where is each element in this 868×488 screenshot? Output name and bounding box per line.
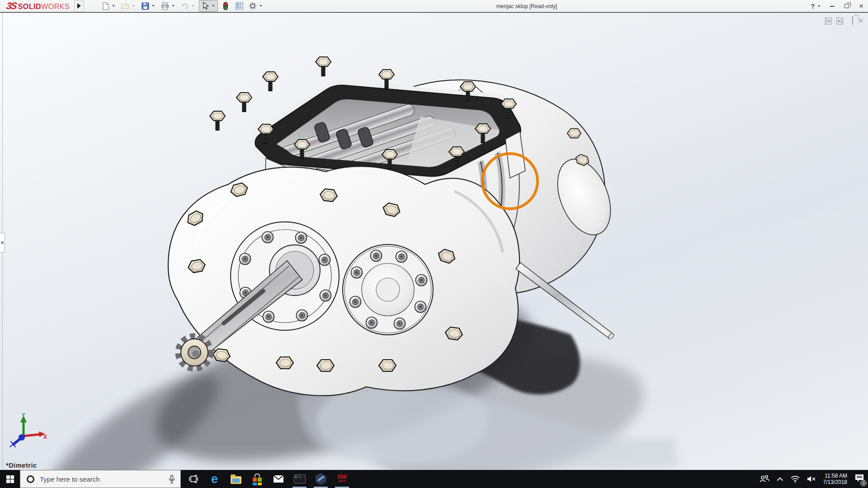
notification-badge: 3 — [860, 480, 867, 486]
gear-icon — [249, 2, 257, 10]
restore-button[interactable] — [843, 2, 851, 10]
solidworks-logo: 3S SOLIDWORKS — [6, 0, 70, 11]
document-title: menjac sklop [Read-only] — [461, 3, 592, 9]
save-dropdown[interactable] — [152, 5, 155, 7]
hidden-icons-chevron[interactable] — [777, 477, 783, 481]
featuremanager-splitter-tab[interactable] — [0, 233, 5, 253]
file-explorer-icon — [231, 476, 241, 484]
pane-left-icon — [826, 19, 831, 23]
cursor-arrow-icon — [202, 2, 209, 10]
select-tool-group — [199, 0, 218, 12]
store-icon — [252, 474, 262, 484]
command-prompt-icon: C:\ — [294, 474, 306, 483]
command-prompt-button[interactable]: C:\ — [289, 470, 310, 488]
new-dropdown[interactable] — [112, 5, 115, 7]
cortana-icon[interactable] — [27, 475, 34, 483]
view-orientation-label: *Dimetric — [6, 461, 37, 469]
brand-works: WORKS — [41, 3, 70, 11]
clock-time: 11:58 AM — [823, 473, 847, 479]
taskbar-clock[interactable]: 11:58 AM 7/13/2018 — [823, 473, 847, 485]
windows-logo-icon — [6, 475, 14, 483]
clock-date: 7/13/2018 — [823, 479, 847, 485]
people-icon[interactable] — [760, 475, 769, 483]
triad-x-label: X — [43, 434, 47, 440]
wifi-icon[interactable] — [791, 476, 800, 483]
hexagon-app-icon — [316, 473, 326, 485]
quick-access-toolbar — [99, 0, 265, 12]
flyout-arrow-icon — [77, 3, 81, 9]
solidworks-window: 3S SOLIDWORKS — [0, 0, 868, 488]
open-button[interactable] — [121, 1, 130, 10]
doc-restore-button[interactable] — [852, 17, 853, 25]
mail-button[interactable] — [268, 470, 289, 488]
brand-solid: SOLID — [18, 3, 41, 11]
hexagon-app-button[interactable] — [310, 470, 331, 488]
title-bar: 3S SOLIDWORKS — [0, 0, 868, 12]
doc-restore-icon — [852, 16, 853, 25]
microphone-icon[interactable] — [169, 475, 175, 483]
pane-right-icon — [837, 19, 842, 23]
edge-button[interactable]: e — [204, 470, 225, 488]
triad-y-label: Y — [22, 413, 25, 418]
file-explorer-button[interactable] — [225, 470, 246, 488]
document-window-controls: ✕ — [825, 17, 863, 25]
store-button[interactable] — [246, 470, 268, 488]
new-document-button[interactable] — [101, 1, 110, 10]
menu-flyout-button[interactable] — [74, 0, 84, 12]
taskbar-apps: e C:\ — [183, 470, 353, 488]
edge-icon: e — [211, 473, 218, 485]
task-view-button[interactable] — [183, 470, 204, 488]
print-icon — [161, 2, 169, 10]
action-center-button[interactable]: 3 — [854, 474, 864, 484]
file-properties-icon — [236, 2, 243, 9]
save-button[interactable] — [141, 1, 150, 10]
graphics-viewport[interactable]: ✕ Y X *Dimetric — [0, 13, 868, 470]
minimize-icon — [830, 6, 835, 7]
orientation-triad: Y X — [5, 413, 47, 451]
pane-left-button[interactable] — [825, 18, 832, 24]
options-button[interactable] — [248, 1, 257, 10]
start-button[interactable] — [0, 470, 20, 488]
solidworks-logo-icon: 3S — [5, 0, 17, 11]
print-dropdown[interactable] — [172, 5, 175, 7]
taskbar-search[interactable] — [20, 470, 181, 488]
splitter-dot-icon — [1, 241, 4, 244]
volume-muted-icon[interactable] — [807, 475, 816, 483]
save-floppy-icon — [142, 2, 149, 10]
undo-arrow-icon — [181, 3, 189, 9]
pane-right-button[interactable] — [836, 18, 843, 24]
undo-dropdown[interactable] — [192, 5, 194, 7]
new-document-icon — [102, 2, 109, 10]
help-button[interactable]: ? — [811, 3, 815, 10]
minimize-button[interactable] — [828, 2, 836, 10]
print-button[interactable] — [160, 1, 170, 10]
help-dropdown[interactable] — [818, 5, 821, 7]
restore-icon — [844, 4, 849, 8]
search-input[interactable] — [40, 475, 169, 483]
rebuild-button[interactable] — [221, 1, 230, 10]
open-dropdown[interactable] — [132, 5, 135, 7]
windows-taskbar: e C:\ — [0, 470, 868, 488]
options-dropdown[interactable] — [259, 5, 262, 7]
gearbox-3d-model[interactable] — [0, 13, 868, 470]
select-cursor-button[interactable] — [201, 1, 210, 10]
system-tray: 11:58 AM 7/13/2018 3 — [760, 470, 868, 488]
close-button[interactable]: ✕ — [857, 2, 865, 10]
rebuild-traffic-light-icon — [223, 2, 228, 10]
solidworks-2017-icon: SW 2017 — [337, 474, 347, 483]
solidworks-taskbar-button[interactable]: SW 2017 — [331, 470, 353, 488]
task-view-icon — [189, 475, 198, 483]
file-properties-button[interactable] — [235, 1, 244, 10]
mail-icon — [273, 475, 284, 483]
open-folder-icon — [121, 2, 129, 9]
select-dropdown[interactable] — [212, 5, 215, 7]
undo-button[interactable] — [180, 1, 189, 10]
cap-flange[interactable] — [343, 244, 433, 335]
